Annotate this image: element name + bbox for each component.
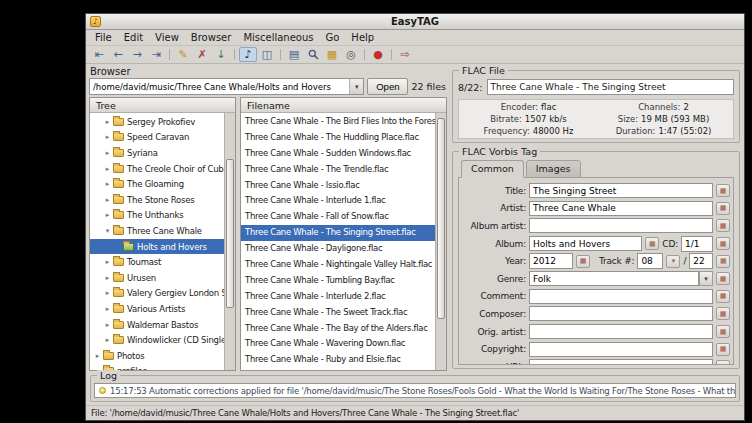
apply-album-to-all-icon[interactable]: ▦: [645, 237, 659, 250]
tree-item[interactable]: ▸Valery Gergiev London Symp: [90, 286, 224, 302]
title-input[interactable]: [529, 183, 713, 198]
apply-cd-to-all-icon[interactable]: ▦: [716, 237, 730, 250]
menu-browser[interactable]: Browser: [185, 30, 238, 45]
tree-expander-icon[interactable]: ▸: [103, 180, 112, 188]
first-file-icon[interactable]: ⇤: [90, 47, 108, 62]
file-row[interactable]: Three Cane Whale - Interlude 2.flac: [241, 289, 435, 305]
artist-input[interactable]: [529, 201, 713, 216]
path-input[interactable]: [90, 79, 349, 94]
tree-item[interactable]: ▸Urusen: [90, 270, 224, 286]
orig-artist-input[interactable]: [529, 324, 713, 339]
track-total-input[interactable]: [689, 253, 713, 269]
album-input[interactable]: [529, 236, 642, 251]
tree-column-header[interactable]: Tree: [90, 98, 235, 113]
apply-comment-to-all-icon[interactable]: ▦: [716, 290, 730, 303]
tree-item[interactable]: ▸Photos: [90, 348, 224, 364]
tree-expander-icon[interactable]: ▸: [103, 336, 112, 344]
titlebar[interactable]: ♪ EasyTAG: [86, 14, 744, 30]
tree-item[interactable]: ▸The Gloaming: [90, 176, 224, 192]
remove-tags-icon[interactable]: ✗: [193, 47, 211, 62]
menu-miscellaneous[interactable]: Miscellaneous: [237, 30, 319, 45]
tree-expander-icon[interactable]: ▸: [103, 133, 112, 141]
apply-copyright-to-all-icon[interactable]: ▦: [716, 343, 730, 356]
menu-view[interactable]: View: [149, 30, 185, 45]
file-row[interactable]: Three Cane Whale - Fall of Snow.flac: [241, 209, 435, 225]
file-row[interactable]: Three Cane Whale - Nightingale Valley Ha…: [241, 257, 435, 273]
tree-scrollbar-thumb[interactable]: [226, 159, 234, 308]
tree-expander-icon[interactable]: ▸: [103, 196, 112, 204]
file-row[interactable]: Three Cane Whale - The Sweet Track.flac: [241, 305, 435, 321]
track-input[interactable]: [637, 253, 663, 269]
tree-expander-icon[interactable]: ▸: [103, 149, 112, 157]
tree-item[interactable]: Holts and Hovers: [90, 239, 224, 255]
cd-input[interactable]: [681, 236, 713, 252]
tree-expander-icon[interactable]: ▸: [93, 352, 102, 360]
apply-artist-to-all-icon[interactable]: ▦: [716, 202, 730, 215]
tree-scrollbar[interactable]: [224, 113, 235, 370]
apply-composer-to-all-icon[interactable]: ▦: [716, 307, 730, 320]
previous-file-icon[interactable]: ←: [109, 47, 127, 62]
genre-input[interactable]: [529, 271, 699, 286]
file-row[interactable]: Three Cane Whale - The Vision.flac: [241, 368, 435, 370]
file-row[interactable]: Three Cane Whale - Interlude 1.flac: [241, 193, 435, 209]
tab-images[interactable]: Images: [526, 160, 581, 178]
file-row[interactable]: Three Cane Whale - Wavering Down.flac: [241, 336, 435, 352]
tree-item[interactable]: ▸The Stone Roses: [90, 192, 224, 208]
next-file-icon[interactable]: →: [128, 47, 146, 62]
file-row[interactable]: Three Cane Whale - The Bird Flies Into t…: [241, 114, 435, 130]
apply-album-artist-to-all-icon[interactable]: ▦: [716, 219, 730, 232]
copyright-input[interactable]: [529, 342, 713, 357]
scan-files-icon[interactable]: ✎: [174, 47, 192, 62]
tree-item[interactable]: ▸Toumast: [90, 254, 224, 270]
menu-go[interactable]: Go: [319, 30, 345, 45]
file-row[interactable]: Three Cane Whale - Tumbling Bay.flac: [241, 273, 435, 289]
genre-dropdown-icon[interactable]: ▾: [699, 271, 713, 286]
apply-title-to-all-icon[interactable]: ▦: [716, 184, 730, 197]
tree-item[interactable]: ▸The Unthanks: [90, 208, 224, 224]
file-row[interactable]: Three Cane Whale - The Singing Street.fl…: [241, 225, 435, 241]
menu-edit[interactable]: Edit: [118, 30, 149, 45]
file-row[interactable]: Three Cane Whale - Dayligone.flac: [241, 241, 435, 257]
tree-item[interactable]: ▾Three Cane Whale: [90, 223, 224, 239]
fill-mask-icon[interactable]: ▦: [323, 47, 341, 62]
save-files-icon[interactable]: ↓: [212, 47, 230, 62]
file-row[interactable]: Three Cane Whale - Ruby and Elsie.flac: [241, 352, 435, 368]
tree-view-icon[interactable]: ♪: [239, 47, 257, 62]
tree-item[interactable]: ▸Syriana: [90, 145, 224, 161]
tree-expander-icon[interactable]: ▸: [103, 274, 112, 282]
apply-track-to-all-icon[interactable]: ▦: [716, 255, 730, 268]
tree-item[interactable]: ▸Waldemar Bastos: [90, 317, 224, 333]
composer-input[interactable]: [529, 306, 713, 321]
file-list-scrollbar[interactable]: [435, 113, 446, 370]
file-row[interactable]: Three Cane Whale - The Bay of the Alders…: [241, 321, 435, 337]
track-sequence-icon[interactable]: ▾: [666, 255, 680, 268]
tree-expander-icon[interactable]: ▸: [103, 289, 112, 297]
tree-expander-icon[interactable]: ▸: [103, 258, 112, 266]
comment-input[interactable]: [529, 289, 713, 304]
cddb-icon[interactable]: ◎: [342, 47, 360, 62]
tab-common[interactable]: Common: [461, 160, 524, 178]
tree-expander-icon[interactable]: ▸: [103, 118, 112, 126]
tree-item[interactable]: ▸Sergey Prokofiev: [90, 114, 224, 130]
tree-item[interactable]: ▸Speed Caravan: [90, 130, 224, 146]
stop-icon[interactable]: ●: [369, 47, 387, 62]
year-input[interactable]: [529, 253, 573, 269]
apply-url-to-all-icon[interactable]: ▦: [716, 360, 730, 365]
url-input[interactable]: [529, 359, 713, 365]
search-icon[interactable]: [304, 47, 322, 62]
invert-selection-icon[interactable]: ▤: [285, 47, 303, 62]
menu-file[interactable]: File: [89, 30, 118, 45]
menu-help[interactable]: Help: [345, 30, 380, 45]
tree-expander-icon[interactable]: ▸: [103, 321, 112, 329]
file-list-scrollbar-thumb[interactable]: [437, 118, 445, 318]
last-file-icon[interactable]: ⇥: [147, 47, 165, 62]
apply-year-to-all-icon[interactable]: ▦: [576, 255, 590, 268]
file-row[interactable]: Three Cane Whale - Sudden Windows.flac: [241, 146, 435, 162]
tree-expander-icon[interactable]: ▾: [103, 227, 112, 235]
open-button[interactable]: Open: [367, 78, 408, 95]
filename-column-header[interactable]: Filename: [241, 98, 446, 113]
file-row[interactable]: Three Cane Whale - Issio.flac: [241, 178, 435, 194]
tree-item[interactable]: ▸The Creole Choir of Cuba: [90, 161, 224, 177]
tree-item[interactable]: ▸Various Artists: [90, 301, 224, 317]
apply-orig-artist-to-all-icon[interactable]: ▦: [716, 325, 730, 338]
